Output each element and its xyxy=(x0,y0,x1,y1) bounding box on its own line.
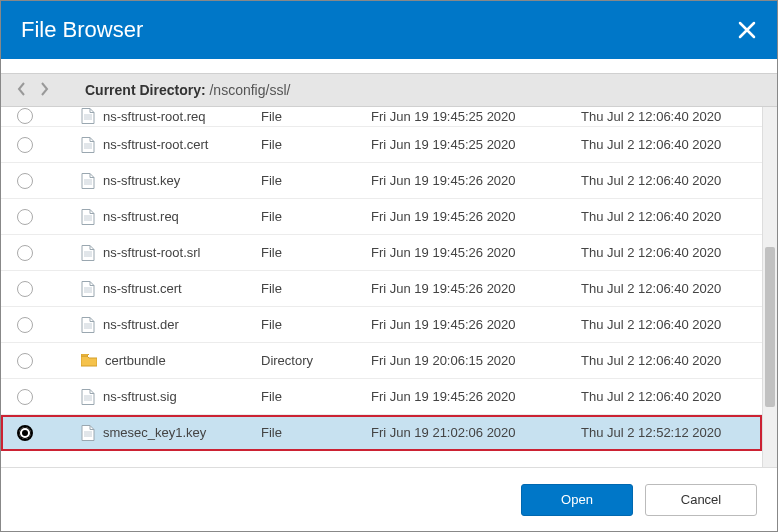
file-date-2: Thu Jul 2 12:06:40 2020 xyxy=(581,389,762,404)
file-date-2: Thu Jul 2 12:06:40 2020 xyxy=(581,173,762,188)
file-date-1: Fri Jun 19 20:06:15 2020 xyxy=(371,353,581,368)
row-radio[interactable] xyxy=(17,281,33,297)
file-name: ns-sftrust.key xyxy=(103,173,180,188)
table-row[interactable]: ns-sftrust.reqFileFri Jun 19 19:45:26 20… xyxy=(1,199,762,235)
nav-back-icon[interactable] xyxy=(11,82,33,99)
file-date-1: Fri Jun 19 19:45:26 2020 xyxy=(371,317,581,332)
current-directory-path: /nsconfig/ssl/ xyxy=(209,82,290,98)
file-name: ns-sftrust.req xyxy=(103,209,179,224)
file-type: File xyxy=(261,173,371,188)
row-radio[interactable] xyxy=(17,108,33,124)
row-radio[interactable] xyxy=(17,353,33,369)
file-icon xyxy=(81,425,95,441)
file-icon xyxy=(81,389,95,405)
row-radio[interactable] xyxy=(17,245,33,261)
table-row[interactable]: certbundleDirectoryFri Jun 19 20:06:15 2… xyxy=(1,343,762,379)
close-icon[interactable] xyxy=(737,20,757,40)
file-date-1: Fri Jun 19 19:45:26 2020 xyxy=(371,245,581,260)
file-list[interactable]: ns-sftrust-root.reqFileFri Jun 19 19:45:… xyxy=(1,107,762,467)
dialog-title: File Browser xyxy=(21,17,143,43)
file-icon xyxy=(81,245,95,261)
current-directory: Current Directory: /nsconfig/ssl/ xyxy=(85,82,290,98)
file-type: Directory xyxy=(261,353,371,368)
file-type: File xyxy=(261,137,371,152)
file-date-1: Fri Jun 19 19:45:26 2020 xyxy=(371,173,581,188)
file-browser-dialog: File Browser Current Directory: /nsconfi… xyxy=(0,0,778,532)
table-row[interactable]: ns-sftrust-root.certFileFri Jun 19 19:45… xyxy=(1,127,762,163)
row-radio[interactable] xyxy=(17,173,33,189)
file-type: File xyxy=(261,209,371,224)
file-type: File xyxy=(261,389,371,404)
file-date-1: Fri Jun 19 19:45:25 2020 xyxy=(371,109,581,124)
file-name: ns-sftrust-root.cert xyxy=(103,137,208,152)
file-date-1: Fri Jun 19 19:45:26 2020 xyxy=(371,389,581,404)
file-type: File xyxy=(261,281,371,296)
table-row[interactable]: ns-sftrust.derFileFri Jun 19 19:45:26 20… xyxy=(1,307,762,343)
file-icon xyxy=(81,209,95,225)
file-date-1: Fri Jun 19 19:45:25 2020 xyxy=(371,137,581,152)
file-name: ns-sftrust.der xyxy=(103,317,179,332)
nav-forward-icon[interactable] xyxy=(33,82,55,99)
table-row[interactable]: ns-sftrust.sigFileFri Jun 19 19:45:26 20… xyxy=(1,379,762,415)
file-icon xyxy=(81,108,95,124)
file-name: ns-sftrust.cert xyxy=(103,281,182,296)
table-row[interactable]: ns-sftrust-root.reqFileFri Jun 19 19:45:… xyxy=(1,107,762,127)
file-name: certbundle xyxy=(105,353,166,368)
file-name: ns-sftrust.sig xyxy=(103,389,177,404)
file-date-2: Thu Jul 2 12:52:12 2020 xyxy=(581,425,762,440)
file-name: ns-sftrust-root.srl xyxy=(103,245,201,260)
file-type: File xyxy=(261,425,371,440)
file-type: File xyxy=(261,245,371,260)
folder-icon xyxy=(81,354,97,367)
table-row[interactable]: ns-sftrust.keyFileFri Jun 19 19:45:26 20… xyxy=(1,163,762,199)
cancel-button[interactable]: Cancel xyxy=(645,484,757,516)
row-radio[interactable] xyxy=(17,389,33,405)
file-date-2: Thu Jul 2 12:06:40 2020 xyxy=(581,137,762,152)
file-date-2: Thu Jul 2 12:06:40 2020 xyxy=(581,281,762,296)
dialog-footer: Open Cancel xyxy=(1,467,777,531)
row-radio[interactable] xyxy=(17,317,33,333)
row-radio[interactable] xyxy=(17,137,33,153)
file-type: File xyxy=(261,109,371,124)
file-name: ns-sftrust-root.req xyxy=(103,109,206,124)
file-icon xyxy=(81,137,95,153)
file-type: File xyxy=(261,317,371,332)
table-row[interactable]: ns-sftrust.certFileFri Jun 19 19:45:26 2… xyxy=(1,271,762,307)
file-icon xyxy=(81,173,95,189)
file-icon xyxy=(81,317,95,333)
table-row[interactable]: ns-sftrust-root.srlFileFri Jun 19 19:45:… xyxy=(1,235,762,271)
open-button[interactable]: Open xyxy=(521,484,633,516)
file-date-2: Thu Jul 2 12:06:40 2020 xyxy=(581,209,762,224)
scrollbar-thumb[interactable] xyxy=(765,247,775,407)
file-date-2: Thu Jul 2 12:06:40 2020 xyxy=(581,317,762,332)
file-date-2: Thu Jul 2 12:06:40 2020 xyxy=(581,245,762,260)
row-radio[interactable] xyxy=(17,209,33,225)
file-date-2: Thu Jul 2 12:06:40 2020 xyxy=(581,353,762,368)
file-name: smesec_key1.key xyxy=(103,425,206,440)
file-date-2: Thu Jul 2 12:06:40 2020 xyxy=(581,109,762,124)
file-date-1: Fri Jun 19 19:45:26 2020 xyxy=(371,209,581,224)
scrollbar[interactable] xyxy=(762,107,777,467)
file-date-1: Fri Jun 19 19:45:26 2020 xyxy=(371,281,581,296)
file-date-1: Fri Jun 19 21:02:06 2020 xyxy=(371,425,581,440)
title-bar: File Browser xyxy=(1,1,777,59)
table-row[interactable]: smesec_key1.keyFileFri Jun 19 21:02:06 2… xyxy=(1,415,762,451)
row-radio[interactable] xyxy=(17,425,33,441)
file-icon xyxy=(81,281,95,297)
navigation-toolbar: Current Directory: /nsconfig/ssl/ xyxy=(1,73,777,107)
current-directory-label: Current Directory: xyxy=(85,82,206,98)
